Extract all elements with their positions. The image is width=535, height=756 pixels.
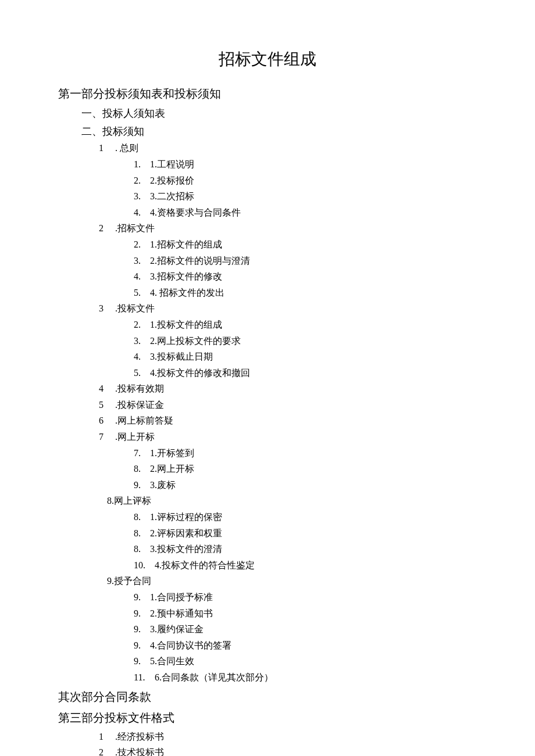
item-text: .网上标前答疑 xyxy=(115,415,173,425)
item-text: 2.网上开标 xyxy=(150,464,194,474)
item-2-2: 3.2.招标文件的说明与澄清 xyxy=(134,253,477,268)
item-num: 7 xyxy=(99,429,115,445)
item-num: 8. xyxy=(134,542,150,557)
item-9-4: 9.4.合同协议书的签署 xyxy=(134,638,477,653)
item-num: 3. xyxy=(134,253,150,268)
item-text: .投标保证金 xyxy=(115,400,164,410)
item-3-2: 3.2.网上投标文件的要求 xyxy=(134,334,477,349)
item-9-3: 9.3.履约保证金 xyxy=(134,622,477,637)
item-num: 2. xyxy=(134,317,150,332)
item-text: . 总则 xyxy=(115,143,138,153)
item-num: 9. xyxy=(134,638,150,653)
item-text: 3.二次招标 xyxy=(150,191,194,201)
item-text: 2.网上投标文件的要求 xyxy=(150,336,241,346)
item-text: .网上开标 xyxy=(115,432,155,442)
item-text: 2.评标因素和权重 xyxy=(150,528,222,538)
item-1: 1. 总则 xyxy=(99,141,477,156)
item-text: .经济投标书 xyxy=(115,732,164,741)
item-num: 4 xyxy=(99,381,115,396)
item-text: 5.合同生效 xyxy=(150,656,194,666)
item-text: 1.工程说明 xyxy=(150,159,194,169)
item-text: 1.投标文件的组成 xyxy=(150,320,222,329)
item-text: .投标有效期 xyxy=(115,384,164,393)
item-7: 7.网上开标 xyxy=(99,429,477,445)
item-7-3: 9.3.废标 xyxy=(134,478,477,493)
item-text: .招标文件 xyxy=(115,223,155,233)
item-num: 5. xyxy=(134,285,150,300)
item-num: 3 xyxy=(99,301,115,316)
item-num: 1 xyxy=(99,729,115,744)
item-num: 9. xyxy=(134,622,150,637)
item-text: 1.评标过程的保密 xyxy=(150,512,222,522)
item-8-2: 8.2.评标因素和权重 xyxy=(134,526,477,541)
item-text: 3.投标文件的澄清 xyxy=(150,544,222,554)
item-4: 4.投标有效期 xyxy=(99,381,477,396)
item-num: 6 xyxy=(99,413,115,428)
item-text: 3.履约保证金 xyxy=(150,624,204,634)
item-num: 4. xyxy=(134,349,150,364)
item-num: 2 xyxy=(99,745,115,756)
document-title: 招标文件组成 xyxy=(58,46,477,73)
item-num: 1. xyxy=(134,157,150,172)
item-3-1: 2.1.投标文件的组成 xyxy=(134,317,477,332)
item-3-4: 5.4.投标文件的修改和撤回 xyxy=(134,366,477,381)
item-text: 1.开标签到 xyxy=(150,448,194,458)
item-7-2: 8.2.网上开标 xyxy=(134,461,477,476)
item-8-1: 8.1.评标过程的保密 xyxy=(134,510,477,525)
item-num: 2. xyxy=(134,237,150,252)
item-1-1: 1.1.工程说明 xyxy=(134,157,477,172)
item-num: 9. xyxy=(134,478,150,493)
item-text: 2.预中标通知书 xyxy=(150,608,213,618)
item-8-4: 10.4.投标文件的符合性鉴定 xyxy=(134,558,477,573)
item-9-6: 11.6.合同条款（详见其次部分） xyxy=(134,670,477,685)
item-text: 1.合同授予标准 xyxy=(150,592,213,602)
item-text: 2.投标报价 xyxy=(150,175,194,185)
item-9-1: 9.1.合同授予标准 xyxy=(134,590,477,605)
item-text: 1.招标文件的组成 xyxy=(150,239,222,249)
item-num: 11. xyxy=(134,670,155,685)
section-1-2: 二、投标须知 xyxy=(81,123,477,140)
part3-item-2: 2.技术投标书 xyxy=(99,745,477,756)
item-9-5: 9.5.合同生效 xyxy=(134,654,477,669)
item-text: 4.合同协议书的签署 xyxy=(150,640,231,650)
item-text: 4.投标文件的修改和撤回 xyxy=(150,368,250,378)
item-text: 2.招标文件的说明与澄清 xyxy=(150,256,250,266)
item-num: 8. xyxy=(134,526,150,541)
item-1-3: 3.3.二次招标 xyxy=(134,189,477,204)
item-num: 8. xyxy=(134,461,150,476)
item-1-2: 2.2.投标报价 xyxy=(134,173,477,188)
item-num: 2. xyxy=(134,173,150,188)
item-3: 3.投标文件 xyxy=(99,301,477,316)
item-text: .投标文件 xyxy=(115,303,155,313)
item-text: 3.废标 xyxy=(150,480,176,490)
item-num: 3. xyxy=(134,334,150,349)
part1-heading: 第一部分投标须知表和投标须知 xyxy=(58,84,477,103)
item-num: 5 xyxy=(99,397,115,413)
item-6: 6.网上标前答疑 xyxy=(99,413,477,428)
item-text: 3.投标截止日期 xyxy=(150,352,213,361)
item-num: 8. xyxy=(134,510,150,525)
item-num: 10. xyxy=(134,558,155,573)
item-num: 4. xyxy=(134,269,150,284)
item-2-1: 2.1.招标文件的组成 xyxy=(134,237,477,252)
item-text: 6.合同条款（详见其次部分） xyxy=(155,672,273,682)
item-num: 4. xyxy=(134,205,150,220)
item-num: 3. xyxy=(134,189,150,204)
item-num: 9. xyxy=(134,606,150,621)
item-num: 5. xyxy=(134,366,150,381)
item-2-3: 4.3.招标文件的修改 xyxy=(134,269,477,284)
item-text: 3.招标文件的修改 xyxy=(150,271,222,281)
item-num: 2 xyxy=(99,221,115,236)
item-num: 1 xyxy=(99,141,115,156)
item-2-4: 5.4. 招标文件的发出 xyxy=(134,285,477,300)
item-8: 8.网上评标 xyxy=(107,493,477,508)
item-3-3: 4.3.投标截止日期 xyxy=(134,349,477,364)
section-1-1: 一、投标人须知表 xyxy=(81,105,477,122)
item-5: 5.投标保证金 xyxy=(99,397,477,413)
item-text: 4.投标文件的符合性鉴定 xyxy=(155,560,255,570)
part3-item-1: 1.经济投标书 xyxy=(99,729,477,744)
item-num: 9. xyxy=(134,590,150,605)
item-text: .技术投标书 xyxy=(115,747,164,756)
item-9: 9.授予合同 xyxy=(107,574,477,589)
item-text: 4.资格要求与合同条件 xyxy=(150,207,241,217)
